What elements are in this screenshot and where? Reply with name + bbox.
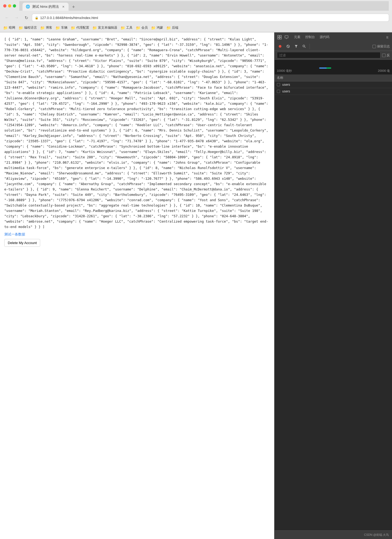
reload-button[interactable]: ↻ [22,14,30,21]
forward-button[interactable]: → [13,14,20,21]
folder-icon: 📁 [71,26,75,30]
bookmark-label: 编程语言 [24,25,37,30]
tab-console[interactable]: 控制台 [303,32,317,42]
tab-sources-label: 源代码 [320,35,329,39]
preserve-log-check [372,45,376,48]
tab-close-button[interactable]: ✕ [61,5,65,9]
title-bar: 🌐 测试 htmx 的用法 ✕ + [0,0,392,12]
svg-point-6 [279,45,281,48]
network-col-name-label: 名称 [277,76,283,80]
filter-input[interactable] [277,52,380,58]
folder-icon: 📁 [40,26,45,30]
lock-icon: 🔒 [35,16,39,20]
network-list: users users [275,81,392,530]
network-item-checkbox-2[interactable] [277,90,280,93]
bookmark-label: 会员 [141,25,148,30]
folder-icon: 📁 [3,26,8,30]
filter-row: 反 [275,51,392,60]
bookmark-label: 代理配置 [76,25,89,30]
network-item-name-1: users [282,83,290,87]
timeline-label-right: 20000 毫 [378,69,390,73]
network-item-checkbox-1[interactable] [277,83,280,86]
address-bar: ← → ↻ 🔒 127.0.0.1:8848/htmls/htmx/index.… [0,12,392,24]
svg-point-10 [303,45,305,47]
clear-button[interactable] [285,43,291,50]
bookmarks-bar: 📁 暗网 📁 编程语言 📁 博客 📁 车辆 📁 代理配置 📁 富文本编辑器 📁 … [0,24,392,32]
folder-icon: 📁 [166,26,171,30]
json-response-text: [ { "id": 1, "name": "Leanne Graham", "u… [4,37,270,230]
devtools-panel: 元素 控制台 源代码 It [274,32,392,539]
address-input[interactable]: 🔒 127.0.0.1:8848/htmls/htmx/index.html [32,14,389,21]
address-text: 127.0.0.1:8848/htmls/htmx/index.html [40,16,98,20]
svg-marker-9 [295,45,297,48]
minimize-traffic-light[interactable] [8,4,11,8]
bookmark-item-richtext[interactable]: 📁 富文本编辑器 [92,25,117,30]
invert-label[interactable]: 反 [382,53,390,58]
svg-rect-5 [286,39,287,39]
devtools-toolbar: 保留日志 [275,42,392,51]
timeline-area: 10000 毫秒 20000 毫 [275,60,392,74]
bookmark-label: 暗网 [9,25,15,30]
selector-icon[interactable] [277,35,282,40]
device-icon[interactable] [284,35,289,40]
bookmark-item-backend[interactable]: 📁 后端 [166,25,178,30]
bookmark-label: 工具 [126,25,133,30]
close-traffic-light[interactable] [3,4,6,8]
waterfall-bar-1 [292,84,390,85]
folder-icon: 📁 [120,26,125,30]
invert-check [382,54,386,57]
tab-title: 测试 htmx 的用法 [32,4,59,9]
folder-icon: 📁 [151,26,156,30]
bookmark-label: 后端 [172,25,178,30]
devtools-corner-text: It [385,35,390,39]
timeline-bar-green [326,68,331,69]
svg-rect-3 [280,38,281,39]
network-item-1[interactable]: users [275,81,392,88]
bookmark-item-biancheng[interactable]: 📁 编程语言 [18,25,37,30]
bookmark-item-cheliang[interactable]: 📁 车辆 [55,25,67,30]
active-tab[interactable]: 🌐 测试 htmx 的用法 ✕ [22,3,69,11]
toolbar-divider [310,44,310,49]
network-item-name-2: users [282,89,290,93]
tab-sources[interactable]: 源代码 [318,32,331,42]
record-button[interactable] [277,43,283,50]
bookmark-item-tools[interactable]: 📁 工具 [120,25,133,30]
bookmark-item-proxy[interactable]: 📁 代理配置 [71,25,89,30]
tab-favicon: 🌐 [26,5,30,9]
delete-account-button[interactable]: Delete My Account [4,239,40,247]
invert-text: 反 [387,53,390,58]
bottom-links: 测试一条数据 Delete My Account [4,232,270,247]
bookmark-label: 博客 [46,25,52,30]
search-button[interactable] [301,43,307,50]
browser-content: [ { "id": 1, "name": "Leanne Graham", "u… [0,32,274,539]
svg-rect-1 [280,35,281,37]
bookmark-item-blog[interactable]: 📁 博客 [40,25,52,30]
filter-button[interactable] [293,43,299,50]
new-tab-button[interactable]: + [70,3,77,11]
preserve-log-label: 保留日志 [377,44,390,49]
devtools-tab-bar: 元素 控制台 源代码 It [275,32,392,42]
traffic-lights [3,4,16,8]
tab-console-label: 控制台 [305,35,315,39]
bookmark-item-anwang[interactable]: 📁 暗网 [3,25,15,30]
bookmark-item-hongmeng[interactable]: 📁 鸿蒙 [151,25,163,30]
main-area: [ { "id": 1, "name": "Leanne Graham", "u… [0,32,392,539]
network-item-2[interactable]: users [275,88,392,95]
network-header: 名称 [275,74,392,81]
svg-line-11 [305,47,306,48]
folder-icon: 📁 [92,26,97,30]
browser-chrome: 🌐 测试 htmx 的用法 ✕ + ← → ↻ 🔒 127.0.0.1:8848… [0,0,392,32]
svg-line-8 [287,45,289,47]
back-button[interactable]: ← [3,14,11,21]
devtools-credit-text: CSDN @前端.火鸟 [364,533,389,537]
fullscreen-traffic-light[interactable] [13,4,16,8]
bookmark-item-member[interactable]: 📁 会员 [136,25,148,30]
svg-rect-0 [278,35,279,37]
devtools-bottom-bar: CSDN @前端.火鸟 [275,530,392,539]
bookmark-label: 富文本编辑器 [98,25,117,30]
preserve-log-checkbox[interactable]: 保留日志 [372,44,390,49]
folder-icon: 📁 [18,26,23,30]
test-link[interactable]: 测试一条数据 [4,232,270,237]
folder-icon: 📁 [55,26,60,30]
tab-elements[interactable]: 元素 [292,32,303,42]
